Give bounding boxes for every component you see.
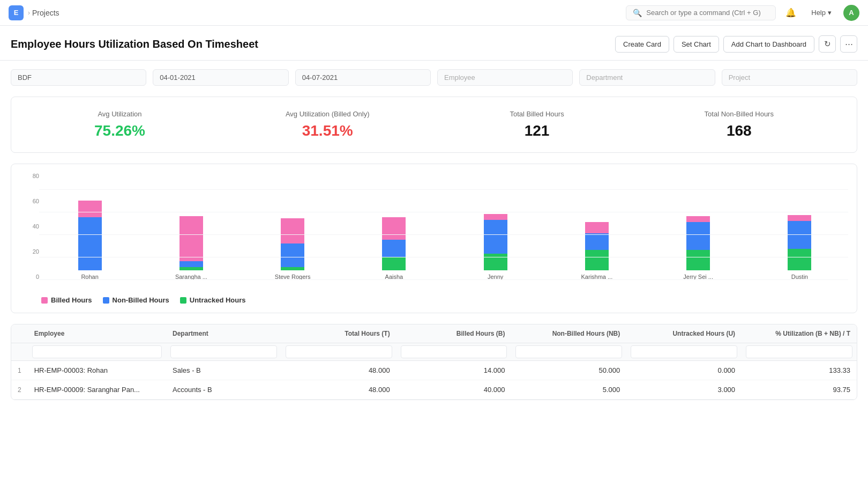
bar-label: Jerry Sei ... [683, 274, 713, 280]
billed-segment [78, 201, 102, 218]
total-table-filter[interactable] [286, 345, 392, 358]
chart-area: 0 20 40 60 80 RohanSarangha ...Steve Rog… [20, 173, 848, 291]
search-bar[interactable]: 🔍 [626, 5, 776, 20]
set-chart-button[interactable]: Set Chart [674, 36, 719, 53]
bars-container: RohanSarangha ...Steve RogersAaishaJenny… [41, 173, 848, 291]
legend-untracked: Untracked Hours [180, 296, 246, 304]
y-label-0: 0 [20, 274, 39, 280]
refresh-icon[interactable]: ↻ [819, 35, 836, 53]
billed-table-filter[interactable] [401, 345, 507, 358]
bar-stack [281, 218, 304, 270]
total-nonbilled-label: Total Non-Billed Hours [705, 110, 774, 118]
top-nav: E › Projects 🔍 🔔 Help ▾ A [0, 0, 868, 26]
search-input[interactable] [646, 9, 769, 17]
nonbilled-segment [281, 243, 304, 267]
untracked-segment [484, 254, 507, 271]
total-nonbilled-value: 168 [705, 122, 774, 139]
bar-stack [585, 222, 609, 270]
table-row: 1HR-EMP-00003: RohanSales - B48.00014.00… [11, 361, 857, 380]
to-date-filter[interactable] [295, 69, 431, 86]
th-employee: Employee [28, 324, 166, 343]
filter-utilization[interactable] [742, 343, 857, 361]
avatar[interactable]: A [843, 5, 859, 21]
filter-nonbilled[interactable] [511, 343, 626, 361]
bar-label: Karishma ... [581, 274, 613, 280]
billed-segment [788, 215, 811, 221]
th-billed-hours: Billed Hours (B) [396, 324, 512, 343]
from-date-filter[interactable] [153, 69, 288, 86]
y-axis: 0 20 40 60 80 [20, 173, 39, 280]
help-button[interactable]: Help ▾ [806, 6, 837, 19]
filter-employee[interactable] [28, 343, 166, 361]
table-cell-4: 14.000 [396, 361, 512, 380]
create-card-button[interactable]: Create Card [615, 36, 669, 53]
main-content: Avg Utilization 75.26% Avg Utilization (… [0, 61, 868, 409]
utilization-table-filter[interactable] [746, 345, 852, 358]
legend-billed: Billed Hours [41, 296, 92, 304]
breadcrumb-projects[interactable]: Projects [32, 9, 59, 17]
billed-legend-label: Billed Hours [51, 296, 92, 304]
bar-group: Jerry Sei ... [650, 173, 747, 280]
project-filter[interactable] [722, 69, 857, 86]
table-header-row: Employee Department Total Hours (T) Bill… [11, 324, 857, 343]
filter-billed[interactable] [396, 343, 512, 361]
billed-segment [382, 217, 406, 240]
bar-group: Sarangha ... [143, 173, 240, 280]
bar-stack [179, 216, 203, 270]
bar-group: Steve Rogers [244, 173, 341, 280]
department-filter[interactable] [579, 69, 715, 86]
data-table: Employee Department Total Hours (T) Bill… [11, 324, 857, 400]
bar-label: Dustin [791, 274, 808, 280]
nonbilled-segment [78, 217, 102, 270]
filter-untracked[interactable] [626, 343, 742, 361]
more-options-icon[interactable]: ⋯ [840, 35, 857, 53]
billed-segment [585, 222, 609, 233]
help-label: Help [811, 9, 826, 17]
th-untracked-hours: Untracked Hours (U) [626, 324, 742, 343]
bar-group: Rohan [41, 173, 138, 280]
bar-group: Dustin [751, 173, 848, 280]
table-cell-4: 40.000 [396, 380, 512, 400]
notifications-icon[interactable]: 🔔 [782, 4, 799, 21]
company-filter[interactable] [11, 69, 146, 86]
add-chart-button[interactable]: Add Chart to Dashboard [723, 36, 814, 53]
department-table-filter[interactable] [170, 345, 277, 358]
filter-total[interactable] [281, 343, 396, 361]
nonbilled-table-filter[interactable] [515, 345, 622, 358]
avg-utilization-card: Avg Utilization 75.26% [94, 110, 145, 139]
search-icon: 🔍 [633, 9, 642, 17]
table-cell-1: HR-EMP-00009: Saranghar Pan... [28, 380, 166, 400]
avg-util-billed-value: 31.51% [286, 122, 370, 139]
app-logo[interactable]: E [9, 5, 24, 20]
bar-label: Aaisha [385, 274, 403, 280]
help-chevron-icon: ▾ [828, 9, 832, 17]
untracked-segment [585, 250, 609, 270]
untracked-table-filter[interactable] [631, 345, 737, 358]
table-cell-0: 2 [11, 380, 28, 400]
breadcrumb: › Projects [28, 9, 59, 17]
avg-util-value: 75.26% [94, 122, 145, 139]
untracked-legend-label: Untracked Hours [190, 296, 246, 304]
table-row: 2HR-EMP-00009: Saranghar Pan...Accounts … [11, 380, 857, 400]
total-billed-label: Total Billed Hours [510, 110, 564, 118]
employee-filter[interactable] [437, 69, 573, 86]
billed-segment [484, 214, 507, 220]
table-section: Employee Department Total Hours (T) Bill… [11, 324, 857, 400]
total-billed-value: 121 [510, 122, 564, 139]
nonbilled-legend-icon [103, 297, 109, 304]
th-department: Department [166, 324, 281, 343]
table-cell-2: Accounts - B [166, 380, 281, 400]
table-cell-5: 50.000 [511, 361, 626, 380]
employee-table-filter[interactable] [32, 345, 162, 358]
filter-department[interactable] [166, 343, 281, 361]
table-cell-7: 133.33 [742, 361, 857, 380]
bar-group: Aaisha [346, 173, 443, 280]
untracked-segment [686, 250, 710, 270]
table-cell-2: Sales - B [166, 361, 281, 380]
untracked-segment [382, 257, 406, 270]
nonbilled-segment [585, 233, 609, 250]
bar-stack [78, 201, 102, 270]
untracked-legend-icon [180, 297, 186, 304]
untracked-segment [179, 267, 203, 270]
th-total-hours: Total Hours (T) [281, 324, 396, 343]
